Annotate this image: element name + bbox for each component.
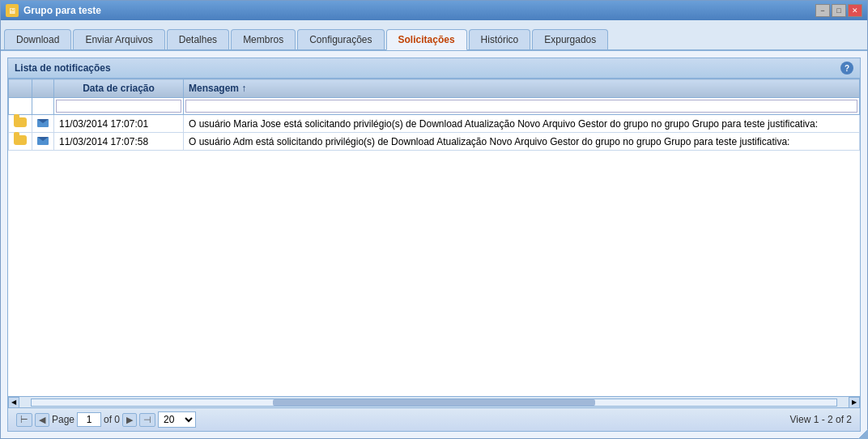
panel-header: Lista de notificações ?	[8, 58, 860, 79]
table-header-row: Data de criação Mensagem ↑	[9, 79, 860, 98]
col-message[interactable]: Mensagem ↑	[184, 79, 860, 98]
table-row: 11/03/2014 17:07:58O usuário Adm está so…	[9, 133, 860, 151]
scroll-left-arrow[interactable]: ◀	[8, 397, 19, 408]
notifications-table: Data de criação Mensagem ↑ 11/03/2014 17…	[8, 79, 860, 151]
col-date[interactable]: Data de criação	[54, 79, 184, 98]
row-email-icon[interactable]	[32, 133, 54, 151]
tab-detalhes[interactable]: Detalhes	[167, 29, 229, 49]
titlebar-left: 🖥 Grupo para teste	[6, 4, 101, 17]
filter-date-input[interactable]	[56, 100, 181, 113]
pagination-bar: ⊢ ◀ Page of 0 ▶ ⊣ 5102050100 View 1 - 2 …	[8, 407, 860, 431]
last-page-button[interactable]: ⊣	[139, 413, 155, 427]
tab-historico[interactable]: Histórico	[469, 29, 531, 49]
notifications-panel: Lista de notificações ? Data de criação …	[7, 58, 861, 432]
panel-title: Lista de notificações	[15, 62, 111, 74]
tab-membros[interactable]: Membros	[231, 29, 296, 49]
row-date: 11/03/2014 17:07:58	[54, 133, 184, 151]
filter-message-cell	[184, 98, 860, 115]
filter-message-input[interactable]	[185, 100, 857, 113]
view-info: View 1 - 2 of 2	[790, 414, 853, 425]
filter-icon2	[32, 98, 54, 115]
scroll-track[interactable]	[31, 399, 837, 407]
row-folder-icon[interactable]	[9, 115, 32, 133]
col-icon2	[32, 79, 54, 98]
titlebar: 🖥 Grupo para teste − □ ✕	[1, 1, 867, 20]
tab-expurgados[interactable]: Expurgados	[532, 29, 608, 49]
table-container[interactable]: Data de criação Mensagem ↑ 11/03/2014 17…	[8, 79, 860, 396]
col-icon1	[9, 79, 32, 98]
main-window: 🖥 Grupo para teste − □ ✕ DownloadEnviar …	[0, 0, 868, 439]
per-page-select[interactable]: 5102050100	[158, 411, 196, 428]
window-title: Grupo para teste	[23, 5, 101, 16]
row-message: O usuário Adm está solicitando privilégi…	[184, 133, 860, 151]
page-label: Page	[52, 414, 74, 425]
first-page-button[interactable]: ⊢	[16, 413, 32, 427]
row-folder-icon[interactable]	[9, 133, 32, 151]
tabs-bar: DownloadEnviar ArquivosDetalhesMembrosCo…	[1, 20, 867, 51]
row-message: O usuário Maria Jose está solicitando pr…	[184, 115, 860, 133]
pager-left: ⊢ ◀ Page of 0 ▶ ⊣ 5102050100	[16, 411, 196, 428]
prev-page-button[interactable]: ◀	[35, 413, 49, 427]
close-button[interactable]: ✕	[848, 4, 862, 17]
filter-row	[9, 98, 860, 115]
page-input[interactable]	[77, 412, 101, 427]
tab-solicitacoes[interactable]: Solicitações	[386, 29, 467, 50]
next-page-button[interactable]: ▶	[122, 413, 137, 427]
row-email-icon[interactable]	[32, 115, 54, 133]
scroll-thumb[interactable]	[273, 399, 595, 406]
of-label: of 0	[104, 414, 120, 425]
filter-date-cell	[54, 98, 184, 115]
tab-enviar[interactable]: Enviar Arquivos	[73, 29, 164, 49]
filter-icon1	[9, 98, 32, 115]
horizontal-scrollbar[interactable]: ◀ ▶	[8, 396, 860, 407]
maximize-button[interactable]: □	[832, 4, 846, 17]
scroll-right-arrow[interactable]: ▶	[849, 397, 860, 408]
table-row: 11/03/2014 17:07:01O usuário Maria Jose …	[9, 115, 860, 133]
resize-corner[interactable]	[858, 429, 868, 439]
help-icon[interactable]: ?	[840, 62, 853, 75]
minimize-button[interactable]: −	[815, 4, 830, 17]
tab-download[interactable]: Download	[4, 29, 71, 49]
content-area: Lista de notificações ? Data de criação …	[1, 51, 867, 438]
titlebar-controls: − □ ✕	[815, 4, 862, 17]
tab-configuracoes[interactable]: Configurações	[297, 29, 384, 49]
row-date: 11/03/2014 17:07:01	[54, 115, 184, 133]
window-icon: 🖥	[6, 4, 19, 17]
